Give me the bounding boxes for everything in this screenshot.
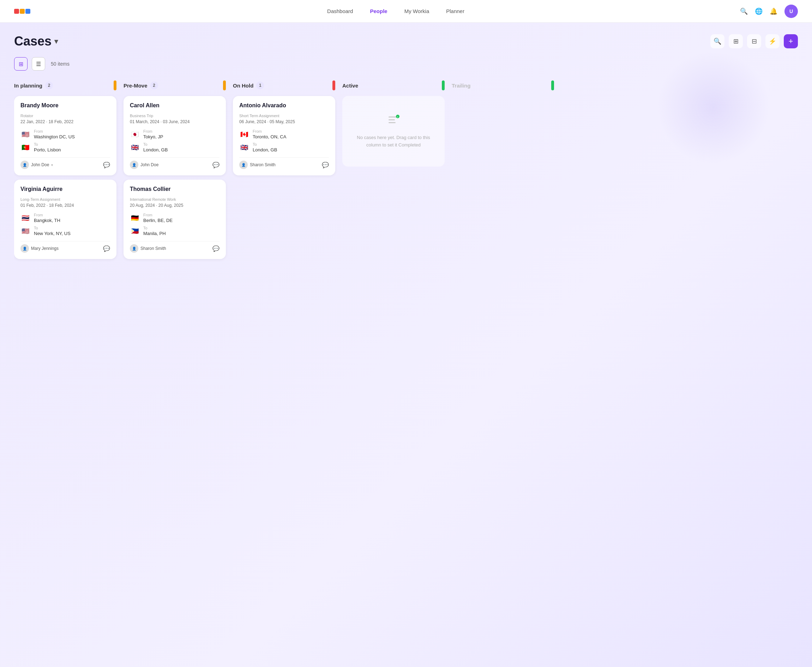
nav-links: Dashboard People My Workia Planner <box>51 8 740 14</box>
route-from-label: From <box>143 213 172 217</box>
translate-icon[interactable]: 🌐 <box>755 7 762 15</box>
card-assignee[interactable]: 👤 Sharon Smith <box>130 244 166 253</box>
route-from-label: From <box>143 129 163 133</box>
card-brandy-moore: Brandy Moore Rotator 22 Jan, 2022 · 18 F… <box>14 96 116 176</box>
route-from-value: Tokyo, JP <box>143 134 163 139</box>
bell-icon[interactable]: 🔔 <box>770 7 777 15</box>
card-assignee[interactable]: 👤 Sharon Smith <box>239 161 276 169</box>
route-to-label: To <box>34 226 71 230</box>
column-in-planning: In planning 2 Brandy Moore Rotator 22 Ja… <box>14 80 116 263</box>
card-route-to: 🇬🇧 To London, GB <box>239 142 329 153</box>
user-avatar[interactable]: U <box>784 5 798 18</box>
card-assignee[interactable]: 👤 John Doe <box>130 161 159 169</box>
route-to-details: To Manila, PH <box>143 226 166 236</box>
logo-yellow <box>20 9 25 14</box>
assignee-avatar: 👤 <box>239 161 248 169</box>
card-type: Rotator <box>20 114 110 118</box>
column-active: Active + No cases here yet. Drag card to… <box>342 80 445 167</box>
nav-people[interactable]: People <box>370 8 387 14</box>
filter-button[interactable]: ⚡ <box>766 34 779 48</box>
logo[interactable] <box>14 9 30 14</box>
card-route-to: 🇵🇹 To Porto, Lisbon <box>20 142 110 153</box>
column-indicator-active <box>442 80 445 90</box>
flag-to: 🇬🇧 <box>130 144 140 151</box>
card-footer: 👤 Sharon Smith 💬 <box>239 158 329 169</box>
list-view-button[interactable]: ☰ <box>32 57 45 71</box>
title-dropdown-icon[interactable]: ▾ <box>54 37 58 45</box>
route-to-value: Manila, PH <box>143 231 166 236</box>
column-header-pre-move: Pre-Move 2 <box>124 80 226 92</box>
card-route: 🇯🇵 From Tokyo, JP 🇬🇧 To London, GB <box>130 129 219 153</box>
add-case-button[interactable]: + <box>784 34 798 48</box>
card-carol-allen: Carol Allen Business Trip 01 March, 2024… <box>124 96 226 176</box>
column-trailing: Trailing <box>452 80 554 96</box>
svg-rect-2 <box>389 122 396 123</box>
empty-active-column: + No cases here yet. Drag card to this c… <box>342 96 445 167</box>
comment-icon[interactable]: 💬 <box>103 162 110 168</box>
flag-to: 🇵🇹 <box>20 144 30 151</box>
navbar: Dashboard People My Workia Planner 🔍 🌐 🔔… <box>0 0 812 23</box>
flag-from: 🇯🇵 <box>130 131 140 138</box>
card-dates: 01 March, 2024 · 03 June, 2024 <box>130 119 219 124</box>
card-route-from: 🇩🇪 From Berlin, BE, DE <box>130 213 219 223</box>
flag-from: 🇹🇭 <box>20 214 30 222</box>
svg-text:+: + <box>397 115 398 119</box>
route-to-label: To <box>34 142 61 146</box>
flag-to: 🇵🇭 <box>130 227 140 235</box>
card-route: 🇹🇭 From Bangkok, TH 🇺🇸 To New York, NY, … <box>20 213 110 236</box>
card-dates: 01 Feb, 2022 · 18 Feb, 2024 <box>20 203 110 208</box>
card-footer: 👤 John Doe ▾ 💬 <box>20 158 110 169</box>
assignee-avatar: 👤 <box>130 244 138 253</box>
card-route-from: 🇺🇸 From Washington DC, US <box>20 129 110 139</box>
card-route-to: 🇬🇧 To London, GB <box>130 142 219 153</box>
route-from-value: Toronto, ON, CA <box>253 134 286 139</box>
column-indicator-on-hold <box>332 80 335 90</box>
search-icon[interactable]: 🔍 <box>740 7 748 15</box>
card-assignee[interactable]: 👤 Mary Jennings <box>20 244 59 253</box>
cases-title: Cases <box>14 34 51 49</box>
card-virginia-aguirre: Virginia Aguirre Long-Term Assignment 01… <box>14 180 116 259</box>
toolbar: ⊞ ☰ 50 items <box>14 57 798 71</box>
route-from-details: From Tokyo, JP <box>143 129 163 139</box>
assignee-name: John Doe <box>141 163 159 167</box>
card-route-to: 🇵🇭 To Manila, PH <box>130 226 219 236</box>
route-from-value: Bangkok, TH <box>34 218 60 223</box>
column-header-on-hold: On Hold 1 <box>233 80 335 92</box>
card-route: 🇨🇦 From Toronto, ON, CA 🇬🇧 To London, GB <box>239 129 329 153</box>
comment-icon[interactable]: 💬 <box>103 245 110 252</box>
comment-icon[interactable]: 💬 <box>212 162 219 168</box>
card-name: Antonio Alvarado <box>239 102 329 109</box>
card-type: Business Trip <box>130 114 219 118</box>
search-button[interactable]: 🔍 <box>710 34 724 48</box>
card-name: Brandy Moore <box>20 102 110 109</box>
grid-view-button[interactable]: ⊞ <box>14 57 28 71</box>
expand-button[interactable]: ⊞ <box>729 34 743 48</box>
card-name: Virginia Aguirre <box>20 186 110 192</box>
route-from-details: From Berlin, BE, DE <box>143 213 172 223</box>
nav-planner[interactable]: Planner <box>446 8 464 14</box>
route-from-value: Berlin, BE, DE <box>143 218 172 223</box>
column-header-in-planning: In planning 2 <box>14 80 116 92</box>
card-footer: 👤 Sharon Smith 💬 <box>130 241 219 253</box>
column-indicator-pre-move <box>223 80 226 90</box>
nav-dashboard[interactable]: Dashboard <box>327 8 353 14</box>
card-dates: 20 Aug, 2024 · 20 Aug, 2025 <box>130 203 219 208</box>
flag-from: 🇺🇸 <box>20 131 30 138</box>
card-route-from: 🇯🇵 From Tokyo, JP <box>130 129 219 139</box>
card-name: Carol Allen <box>130 102 219 109</box>
collapse-button[interactable]: ⊟ <box>747 34 761 48</box>
assignee-name: John Doe <box>31 163 49 167</box>
nav-my-workia[interactable]: My Workia <box>404 8 429 14</box>
card-assignee[interactable]: 👤 John Doe ▾ <box>20 161 53 169</box>
card-route-to: 🇺🇸 To New York, NY, US <box>20 226 110 236</box>
assignee-avatar: 👤 <box>130 161 138 169</box>
svg-rect-0 <box>389 116 397 118</box>
comment-icon[interactable]: 💬 <box>212 245 219 252</box>
comment-icon[interactable]: 💬 <box>322 162 329 168</box>
nav-actions: 🔍 🌐 🔔 U <box>740 5 798 18</box>
card-route-from: 🇨🇦 From Toronto, ON, CA <box>239 129 329 139</box>
route-to-details: To New York, NY, US <box>34 226 71 236</box>
empty-message: No cases here yet. Drag card to this col… <box>351 134 436 149</box>
assignee-dropdown-icon[interactable]: ▾ <box>51 163 53 167</box>
card-footer: 👤 Mary Jennings 💬 <box>20 241 110 253</box>
